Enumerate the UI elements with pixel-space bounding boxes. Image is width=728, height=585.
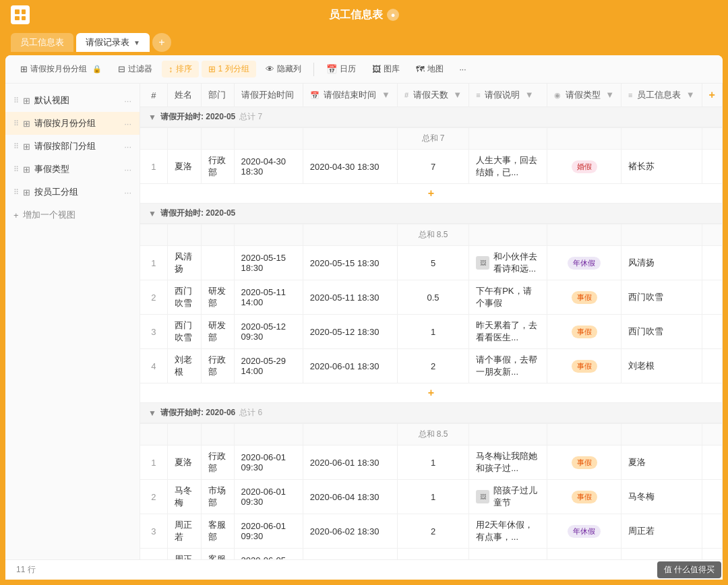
more-icon[interactable]: ··· xyxy=(124,96,131,106)
map-btn[interactable]: 🗺 地图 xyxy=(409,61,450,78)
row-type: 年休假 xyxy=(547,514,621,549)
row-type: 事假 xyxy=(547,480,621,514)
row-days: 2 xyxy=(397,349,468,383)
hide-fields-btn[interactable]: 👁 隐藏列 xyxy=(259,61,308,78)
col-desc[interactable]: ≡ 请假说明 ▼ xyxy=(469,84,547,107)
col-emp[interactable]: ≡ 员工信息表 ▼ xyxy=(621,84,702,107)
table-row[interactable]: 4 刘老根 行政部 2020-05-29 14:00 2020-06-01 18… xyxy=(140,349,723,383)
group-by-btn[interactable]: ⊞ 请假按月份分组 🔒 xyxy=(13,61,109,78)
col-days[interactable]: # 请假天数 ▼ xyxy=(397,84,468,107)
row-dept: 研发部 xyxy=(201,280,234,315)
gallery-btn[interactable]: 🖼 图库 xyxy=(365,61,406,78)
table-row[interactable]: 4 周正若 客服部 2020-06-05 09:30 2020-06-09 18… xyxy=(140,549,723,560)
group2-toggle[interactable]: ▼ xyxy=(148,209,156,218)
col-add[interactable]: + xyxy=(702,84,722,107)
row-emp: 周正若 xyxy=(621,514,702,549)
col-dept: 部门 xyxy=(201,84,234,107)
col-emp-sort[interactable]: ▼ xyxy=(686,90,695,100)
drag-handle: ⠿ xyxy=(13,165,19,174)
col-type-sort[interactable]: ▼ xyxy=(605,90,614,100)
row-num: 4 xyxy=(140,349,167,383)
row-type: 事假 xyxy=(547,315,621,349)
sort-btn[interactable]: ↕ 排序 xyxy=(162,61,199,78)
more-icon[interactable]: ··· xyxy=(124,142,131,152)
sidebar-item-default[interactable]: ⠿ ⊞ 默认视图 ··· xyxy=(5,89,140,112)
group3-label: 请假开始时: 2020-06 xyxy=(160,407,235,419)
col-end[interactable]: 📅 请假结束时间 ▼ xyxy=(303,84,397,107)
tab-dropdown-icon[interactable]: ▼ xyxy=(133,39,140,47)
more-icon[interactable]: ··· xyxy=(124,187,131,197)
row-emp: 马冬梅 xyxy=(621,480,702,514)
sidebar-item-type[interactable]: ⠿ ⊞ 事假类型 ··· xyxy=(5,158,140,181)
more-icon[interactable]: ··· xyxy=(124,164,131,175)
group1-toggle[interactable]: ▼ xyxy=(148,113,156,122)
tabs-bar: 员工信息表 请假记录表 ▼ + xyxy=(0,30,728,55)
row-end: 2020-05-12 18:30 xyxy=(303,315,397,349)
sidebar-item-month[interactable]: ⠿ ⊞ 请假按月份分组 ··· xyxy=(5,112,140,135)
table-row[interactable]: 3 西门吹雪 研发部 2020-05-12 09:30 2020-05-12 1… xyxy=(140,315,723,349)
tab-employee-label: 员工信息表 xyxy=(20,36,64,49)
tab-employee[interactable]: 员工信息表 xyxy=(11,33,73,52)
table-row[interactable]: 1 风清扬 2020-05-15 18:30 2020-05-15 18:30 … xyxy=(140,246,723,280)
table-row: 总和 8.5 xyxy=(140,224,723,246)
row-days: 7 xyxy=(397,150,468,184)
col-end-sort[interactable]: ▼ xyxy=(382,90,390,100)
row-name: 刘老根 xyxy=(167,349,201,383)
table-row[interactable]: 1 夏洛 行政部 2020-04-30 18:30 2020-04-30 18:… xyxy=(140,150,723,184)
tab-add-button[interactable]: + xyxy=(152,33,171,52)
title-info-dot[interactable]: ● xyxy=(387,9,399,21)
table-row: 总和 8.5 xyxy=(140,424,723,445)
g2-sum-end xyxy=(303,224,397,246)
row-emp: 刘老根 xyxy=(621,349,702,383)
group2-header-row: ▼ 请假开始时: 2020-05 xyxy=(140,204,723,224)
table-area: # 姓名 部门 请假开始时间 📅 请假结束时间 ▼ # 请假天数 ▼ xyxy=(140,84,723,559)
sidebar-item-month-label: 请假按月份分组 xyxy=(34,117,120,129)
col-num: # xyxy=(140,84,167,107)
row-num: 1 xyxy=(140,150,167,184)
add-view-btn[interactable]: + 增加一个视图 xyxy=(5,204,140,226)
table-row[interactable]: 2 西门吹雪 研发部 2020-05-11 14:00 2020-05-11 1… xyxy=(140,280,723,315)
toolbar: ⊞ 请假按月份分组 🔒 ⊟ 过滤器 ↕ 排序 ⊞ 1 列分组 👁 隐藏列 📅 日… xyxy=(5,55,723,84)
add-icon: + xyxy=(13,210,19,220)
table-row[interactable]: 2 马冬梅 市场部 2020-06-01 09:30 2020-06-04 18… xyxy=(140,480,723,514)
sidebar: ⠿ ⊞ 默认视图 ··· ⠿ ⊞ 请假按月份分组 ··· ⠿ ⊞ 请假按部门分组… xyxy=(5,84,140,559)
col-end-icon: 📅 xyxy=(310,91,320,99)
filter-btn[interactable]: ⊟ 过滤器 xyxy=(111,61,159,78)
row-emp: 西门吹雪 xyxy=(621,315,702,349)
col-days-sort[interactable]: ▼ xyxy=(453,90,462,100)
calendar-icon: 📅 xyxy=(326,64,337,74)
row-emp: 风清扬 xyxy=(621,246,702,280)
app-icon[interactable] xyxy=(11,5,30,24)
content-area: ⠿ ⊞ 默认视图 ··· ⠿ ⊞ 请假按月份分组 ··· ⠿ ⊞ 请假按部门分组… xyxy=(5,84,723,559)
group-icon: ⊞ xyxy=(20,64,28,74)
group1-header-row: ▼ 请假开始时: 2020-05 总计 7 xyxy=(140,107,723,128)
row-end: 2020-06-01 18:30 xyxy=(303,445,397,480)
group3-toggle[interactable]: ▼ xyxy=(148,408,156,418)
row-days: 5 xyxy=(397,246,468,280)
column-group-btn[interactable]: ⊞ 1 列分组 xyxy=(202,61,256,78)
calendar-btn[interactable]: 📅 日历 xyxy=(320,61,363,78)
row-days: 2 xyxy=(397,514,468,549)
toolbar-separator1 xyxy=(313,63,314,76)
desc-thumb2: 🖼 xyxy=(476,490,489,503)
sidebar-item-default-label: 默认视图 xyxy=(34,94,120,106)
col-type-icon: ◉ xyxy=(554,91,561,99)
sidebar-item-dept[interactable]: ⠿ ⊞ 请假按部门分组 ··· xyxy=(5,135,140,158)
row-end: 2020-06-04 18:30 xyxy=(303,480,397,514)
tab-leave[interactable]: 请假记录表 ▼ xyxy=(76,33,150,52)
col-desc-sort[interactable]: ▼ xyxy=(525,90,534,100)
table-row[interactable]: 1 夏洛 行政部 2020-06-01 09:30 2020-06-01 18:… xyxy=(140,445,723,480)
row-name: 周正若 xyxy=(167,514,201,549)
sidebar-item-emp[interactable]: ⠿ ⊞ 按员工分组 ··· xyxy=(5,181,140,204)
table-row[interactable]: 3 周正若 客服部 2020-06-01 09:30 2020-06-02 18… xyxy=(140,514,723,549)
row-end: 2020-06-09 18:30 xyxy=(303,549,397,560)
more-btn[interactable]: ··· xyxy=(453,62,473,77)
row-type: 事假 xyxy=(547,280,621,315)
bottom-bar: 11 行 总和 24 xyxy=(5,559,723,580)
more-icon[interactable]: ··· xyxy=(124,119,131,129)
col-type[interactable]: ◉ 请假类型 ▼ xyxy=(547,84,621,107)
table-add-row[interactable]: + xyxy=(140,184,723,204)
row-num: 1 xyxy=(140,246,167,280)
page-title: 员工信息表 ● xyxy=(329,8,399,22)
table-add-row[interactable]: + xyxy=(140,383,723,403)
